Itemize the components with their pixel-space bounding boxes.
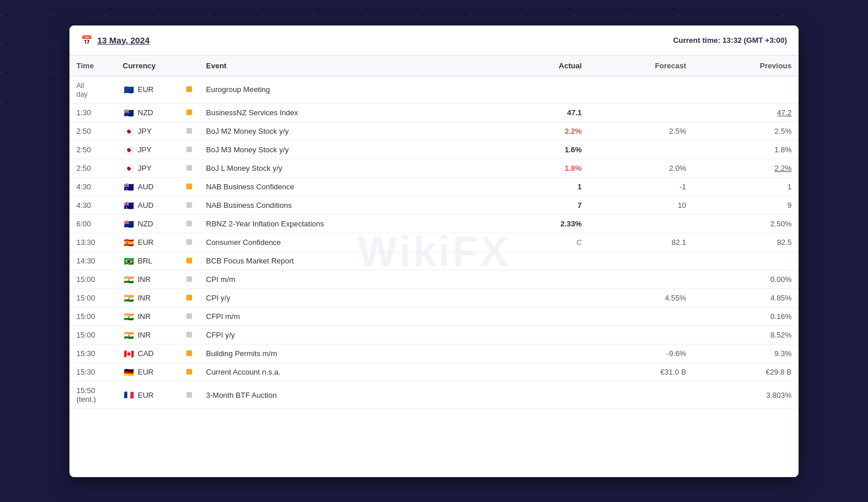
- flag-icon: 🇯🇵: [123, 146, 134, 154]
- cell-actual: [503, 363, 589, 382]
- cell-forecast: [589, 141, 693, 159]
- cell-time: 2:50: [69, 159, 116, 178]
- col-header-previous: Previous: [693, 56, 799, 76]
- cell-forecast: €31.0 B: [589, 363, 693, 382]
- cell-currency: 🇮🇳 INR: [116, 270, 179, 289]
- cell-currency: 🇯🇵 JPY: [116, 159, 179, 178]
- cell-forecast: [589, 382, 693, 409]
- cell-time: 14:30: [69, 252, 116, 270]
- cell-previous: 2.50%: [693, 215, 799, 233]
- cell-previous: 1.8%: [693, 141, 799, 159]
- cell-time: 15:00: [69, 307, 116, 326]
- cell-previous: 2.2%: [693, 159, 799, 178]
- cell-actual: [503, 289, 589, 307]
- cell-event: Eurogroup Meeting: [199, 76, 503, 104]
- flag-icon: 🇳🇿: [123, 109, 134, 117]
- cell-event: Current Account n.s.a.: [199, 363, 503, 382]
- currency-code: AUD: [138, 201, 153, 210]
- cell-importance: [179, 252, 199, 270]
- col-header-importance: [179, 56, 199, 76]
- flag-icon: 🇫🇷: [123, 391, 134, 399]
- cell-actual: [503, 382, 589, 409]
- flag-icon: 🇯🇵: [123, 164, 134, 173]
- importance-dot: [186, 165, 192, 171]
- cell-previous: 1: [693, 178, 799, 196]
- col-header-currency: Currency: [116, 56, 179, 76]
- col-header-actual: Actual: [503, 56, 589, 76]
- cell-importance: [179, 76, 199, 104]
- importance-dot: [186, 221, 192, 226]
- importance-dot: [186, 128, 192, 134]
- cell-forecast: [589, 270, 693, 289]
- currency-code: JPY: [138, 145, 152, 154]
- importance-dot: [186, 313, 192, 319]
- cell-time: 15:50 (tent.): [69, 382, 116, 409]
- cell-event: BoJ M3 Money Stock y/y: [199, 141, 503, 159]
- cell-forecast: [589, 76, 693, 104]
- currency-code: EUR: [138, 391, 153, 400]
- table-header: Time Currency Event Actual Forecast Prev…: [69, 56, 799, 76]
- header-date: 13 May, 2024: [97, 35, 150, 45]
- table-row: 2:50 🇯🇵 JPY BoJ M2 Money Stock y/y2.2%2.…: [69, 122, 799, 141]
- flag-icon: 🇦🇺: [123, 201, 134, 210]
- cell-event: CPI y/y: [199, 289, 503, 307]
- cell-time: 15:00: [69, 289, 116, 307]
- cell-event: BCB Focus Market Report: [199, 252, 503, 270]
- importance-dot: [186, 86, 192, 92]
- cell-currency: 🇮🇳 INR: [116, 307, 179, 326]
- importance-dot: [186, 350, 192, 356]
- cell-previous: 4.85%: [693, 289, 799, 307]
- col-header-event: Event: [199, 56, 503, 76]
- cell-forecast: 2.0%: [589, 159, 693, 178]
- currency-code: CAD: [138, 349, 153, 358]
- table-row: 15:30 🇩🇪 EUR Current Account n.s.a.€31.0…: [69, 363, 799, 382]
- flag-icon: 🇮🇳: [123, 294, 134, 302]
- cell-time: Allday: [69, 76, 116, 104]
- cell-forecast: [589, 215, 693, 233]
- importance-dot: [186, 332, 192, 338]
- cell-previous: 8.52%: [693, 326, 799, 345]
- cell-importance: [179, 363, 199, 382]
- cell-forecast: 10: [589, 196, 693, 215]
- cell-actual: C: [503, 233, 589, 252]
- cell-event: BusinessNZ Services Index: [199, 104, 503, 122]
- cell-previous: [693, 76, 799, 104]
- currency-code: NZD: [138, 108, 153, 117]
- cell-forecast: 4.55%: [589, 289, 693, 307]
- cell-currency: 🇩🇪 EUR: [116, 363, 179, 382]
- current-time-value: 13:32 (GMT +3:00): [722, 36, 787, 45]
- flag-icon: 🇮🇳: [123, 331, 134, 339]
- table-row: 6:00 🇳🇿 NZD RBNZ 2-Year Inflation Expect…: [69, 215, 799, 233]
- currency-code: BRL: [138, 257, 152, 265]
- cell-importance: [179, 382, 199, 409]
- flag-icon: 🇪🇺: [123, 86, 134, 94]
- currency-code: EUR: [138, 85, 153, 94]
- cell-time: 15:30: [69, 345, 116, 363]
- cell-importance: [179, 270, 199, 289]
- cell-event: CPI m/m: [199, 270, 503, 289]
- current-time-label: Current time:: [673, 36, 720, 45]
- cell-actual: [503, 270, 589, 289]
- table-row: 15:00 🇮🇳 INR CPI y/y4.55%4.85%: [69, 289, 799, 307]
- cell-previous: 82.5: [693, 233, 799, 252]
- table-row: 15:00 🇮🇳 INR CFPI y/y8.52%: [69, 326, 799, 345]
- cell-event: NAB Business Conditions: [199, 196, 503, 215]
- cell-currency: 🇦🇺 AUD: [116, 178, 179, 196]
- cell-time: 2:50: [69, 141, 116, 159]
- cell-importance: [179, 196, 199, 215]
- cell-time: 4:30: [69, 196, 116, 215]
- cell-actual: 1.6%: [503, 141, 589, 159]
- cell-event: CFPI y/y: [199, 326, 503, 345]
- cell-currency: 🇯🇵 JPY: [116, 122, 179, 141]
- currency-code: EUR: [138, 238, 153, 247]
- cell-previous: 9: [693, 196, 799, 215]
- cell-currency: 🇪🇸 EUR: [116, 233, 179, 252]
- cell-actual: 7: [503, 196, 589, 215]
- calendar-icon: 📅: [81, 35, 93, 46]
- flag-icon: 🇦🇺: [123, 183, 134, 191]
- flag-icon: 🇳🇿: [123, 220, 134, 228]
- cell-actual: 47.1: [503, 104, 589, 122]
- table-row: 13:30 🇪🇸 EUR Consumer ConfidenceC82.182.…: [69, 233, 799, 252]
- cell-time: 4:30: [69, 178, 116, 196]
- table-row: 15:00 🇮🇳 INR CFPI m/m0.16%: [69, 307, 799, 326]
